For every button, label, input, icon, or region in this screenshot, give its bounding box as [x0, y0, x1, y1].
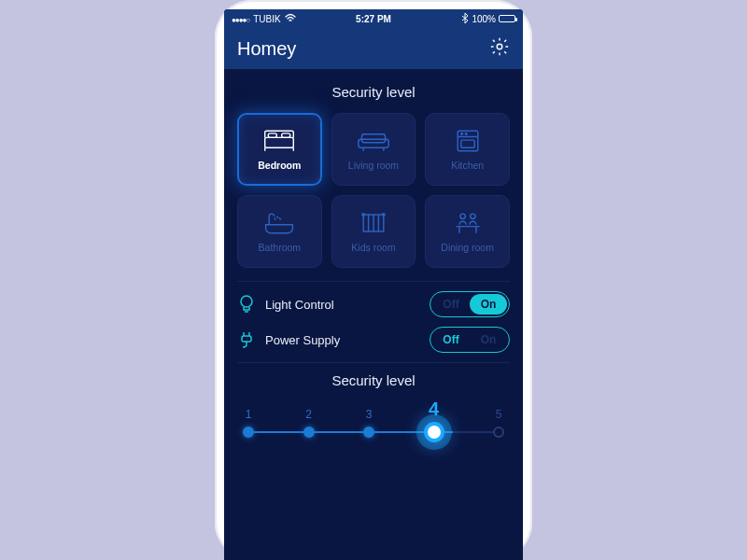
- room-label: Kids room: [351, 242, 395, 253]
- status-right: 100%: [391, 13, 515, 25]
- rooms-grid: Bedroom Living room Kitchen: [237, 113, 510, 268]
- security-slider: Security level 1 2 3: [237, 372, 510, 446]
- screen: ●●●●○ TUBIK 5:27 PM 100% Homey: [224, 9, 523, 560]
- svg-rect-1: [265, 137, 294, 147]
- section-title: Security level: [237, 84, 510, 100]
- slider-step-1[interactable]: 1: [243, 408, 254, 438]
- bathtub-icon: [262, 210, 296, 236]
- room-label: Living room: [348, 160, 399, 171]
- dining-icon: [451, 210, 485, 236]
- battery-percent: 100%: [472, 14, 496, 24]
- content: Security level Bedroom Living room: [224, 69, 523, 446]
- room-bedroom[interactable]: Bedroom: [237, 113, 322, 186]
- room-label: Bedroom: [258, 160, 301, 171]
- toggle-power[interactable]: Off On: [430, 327, 510, 353]
- svg-point-18: [470, 214, 474, 218]
- app-header: Homey: [224, 28, 523, 69]
- svg-rect-23: [242, 336, 251, 342]
- bluetooth-icon: [461, 13, 469, 25]
- svg-point-0: [497, 44, 502, 49]
- phone-frame: ●●●●○ TUBIK 5:27 PM 100% Homey: [215, 0, 532, 560]
- signal-dots-icon: ●●●●○: [232, 14, 249, 24]
- step-number: 4: [429, 399, 439, 420]
- toggle-light[interactable]: Off On: [430, 291, 510, 317]
- divider: [237, 362, 510, 363]
- bulb-icon: [237, 294, 256, 315]
- step-number: 1: [246, 408, 252, 421]
- room-label: Kitchen: [451, 160, 484, 171]
- room-kitchen[interactable]: Kitchen: [425, 113, 510, 186]
- svg-point-17: [460, 214, 465, 218]
- control-label: Light Control: [265, 298, 334, 312]
- gear-icon[interactable]: [489, 36, 510, 61]
- room-label: Bathroom: [259, 242, 302, 253]
- step-dot-icon: [243, 427, 254, 438]
- step-number: 3: [366, 408, 373, 421]
- slider-title: Security level: [237, 372, 510, 388]
- battery-icon: [499, 15, 515, 22]
- crib-icon: [357, 210, 390, 236]
- room-living-room[interactable]: Living room: [331, 113, 416, 186]
- wifi-icon: [285, 13, 296, 24]
- slider-track-area[interactable]: 1 2 3 4 5: [237, 399, 510, 446]
- svg-rect-4: [361, 134, 385, 143]
- control-light: Light Control Off On: [237, 291, 510, 317]
- step-number: 2: [305, 408, 312, 421]
- clock: 5:27 PM: [356, 14, 391, 24]
- oven-icon: [451, 128, 485, 154]
- toggle-off[interactable]: Off: [432, 329, 470, 350]
- carrier-label: TUBIK: [253, 14, 280, 24]
- sofa-icon: [357, 128, 390, 154]
- svg-rect-3: [282, 133, 290, 138]
- control-power: Power Supply Off On: [237, 327, 510, 353]
- room-label: Dining room: [441, 242, 494, 253]
- toggle-off[interactable]: Off: [432, 294, 470, 315]
- room-dining-room[interactable]: Dining room: [425, 195, 510, 268]
- toggle-on[interactable]: On: [470, 294, 507, 315]
- step-dot-icon: [303, 427, 315, 438]
- slider-step-3[interactable]: 3: [363, 408, 374, 438]
- svg-point-8: [460, 133, 462, 134]
- app-title: Homey: [237, 38, 296, 60]
- step-number: 5: [496, 408, 502, 421]
- slider-step-5[interactable]: 5: [493, 408, 504, 438]
- room-kids-room[interactable]: Kids room: [331, 195, 416, 268]
- svg-rect-5: [359, 139, 388, 147]
- slider-track-fill: [248, 431, 453, 433]
- slider-step-4[interactable]: 4: [424, 404, 444, 442]
- plug-icon: [237, 329, 256, 350]
- step-dot-icon: [363, 427, 374, 438]
- svg-rect-2: [269, 133, 277, 138]
- svg-rect-10: [460, 140, 473, 147]
- svg-point-9: [465, 133, 467, 134]
- status-bar: ●●●●○ TUBIK 5:27 PM 100%: [224, 9, 523, 28]
- slider-step-2[interactable]: 2: [303, 408, 315, 438]
- status-left: ●●●●○ TUBIK: [232, 13, 356, 24]
- room-bathroom[interactable]: Bathroom: [237, 195, 322, 268]
- bed-icon: [262, 128, 296, 154]
- control-label: Power Supply: [265, 333, 340, 347]
- svg-point-22: [241, 296, 252, 307]
- divider: [237, 281, 510, 282]
- step-dot-icon: [424, 422, 444, 442]
- toggle-on[interactable]: On: [470, 329, 507, 350]
- step-dot-icon: [493, 427, 504, 438]
